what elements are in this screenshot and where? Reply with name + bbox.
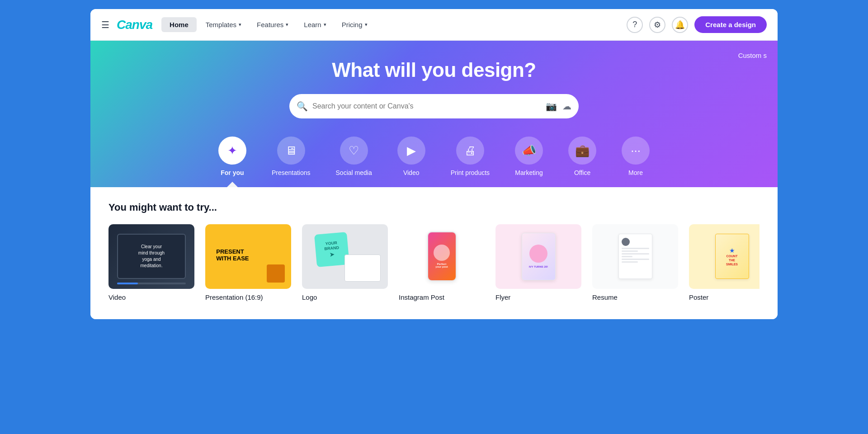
card-video-label: Video xyxy=(108,293,194,301)
cat-marketing[interactable]: 📣 Marketing xyxy=(502,137,556,187)
nav-templates[interactable]: Templates ▾ xyxy=(198,17,249,32)
pricing-label: Pricing xyxy=(342,21,363,28)
video-progress-bar xyxy=(117,283,186,284)
video-label: Video xyxy=(403,169,420,176)
ig-text: Perfectyour post xyxy=(435,263,448,268)
card-presentation-thumb: PRESENTWITH EASE xyxy=(205,224,291,289)
flyer-text: IVY TURNS 20! xyxy=(529,265,548,268)
help-button[interactable]: ? xyxy=(627,17,643,33)
print-products-icon: 🖨 xyxy=(456,137,484,165)
navbar: ☰ Canva Home Templates ▾ Features ▾ Lear… xyxy=(90,9,778,41)
cat-for-you[interactable]: ✦ For you xyxy=(206,137,259,187)
card-video-thumb: Clear yourmind throughyoga andmeditation… xyxy=(108,224,194,289)
logo-arrow-icon: ➤ xyxy=(329,250,335,258)
resume-line-3 xyxy=(622,253,649,255)
card-poster-label: Poster xyxy=(689,293,760,301)
resume-line-6 xyxy=(622,261,638,263)
search-extra-icons: 📷 ☁ xyxy=(546,101,571,112)
card-instagram[interactable]: Perfectyour post Instagram Post xyxy=(399,224,485,301)
social-media-icon: ♡ xyxy=(340,137,368,165)
card-instagram-thumb: Perfectyour post xyxy=(399,224,485,289)
logo-envelope xyxy=(344,255,381,282)
poster-text: COUNTTHESMILES xyxy=(726,254,738,266)
card-presentation[interactable]: PRESENTWITH EASE Presentation (16:9) xyxy=(205,224,291,301)
search-bar: 🔍 📷 ☁ xyxy=(289,94,579,118)
settings-button[interactable]: ⚙ xyxy=(649,17,665,33)
video-icon: ▶ xyxy=(397,137,425,165)
templates-chevron: ▾ xyxy=(239,22,241,28)
cat-video[interactable]: ▶ Video xyxy=(385,137,438,187)
cat-office[interactable]: 💼 Office xyxy=(556,137,609,187)
upload-icon[interactable]: ☁ xyxy=(562,101,571,112)
card-resume[interactable]: Resume xyxy=(592,224,678,301)
learn-label: Learn xyxy=(304,21,321,28)
resume-line-4 xyxy=(622,256,632,257)
flyer-photo xyxy=(529,245,547,263)
hero-title: What will you design? xyxy=(90,59,778,81)
search-icon: 🔍 xyxy=(297,101,308,112)
features-label: Features xyxy=(257,21,283,28)
more-icon: ··· xyxy=(622,137,650,165)
card-presentation-label: Presentation (16:9) xyxy=(205,293,291,301)
hero-section: Custom s What will you design? 🔍 📷 ☁ ✦ F… xyxy=(90,41,778,187)
social-media-label: Social media xyxy=(336,169,372,176)
nav-pricing[interactable]: Pricing ▾ xyxy=(335,17,375,32)
presentations-label: Presentations xyxy=(272,169,311,176)
home-button[interactable]: Home xyxy=(161,17,197,32)
print-products-label: Print products xyxy=(451,169,490,176)
poster-star-icon: ★ xyxy=(729,247,735,254)
flyer-content: IVY TURNS 20! xyxy=(522,233,556,280)
cards-grid: Clear yourmind throughyoga andmeditation… xyxy=(108,224,760,301)
section-title: You might want to try... xyxy=(108,202,760,213)
pricing-chevron: ▾ xyxy=(365,22,368,28)
video-progress-fill xyxy=(117,283,138,284)
camera-icon[interactable]: 📷 xyxy=(546,101,557,112)
card-resume-thumb xyxy=(592,224,678,289)
canva-logo[interactable]: Canva xyxy=(117,18,152,32)
ig-photo xyxy=(434,245,450,261)
cat-print-products[interactable]: 🖨 Print products xyxy=(438,137,502,187)
category-tabs: ✦ For you 🖥 Presentations ♡ Social media… xyxy=(90,137,778,187)
card-flyer[interactable]: IVY TURNS 20! Flyer xyxy=(495,224,581,301)
office-label: Office xyxy=(574,169,590,176)
card-flyer-label: Flyer xyxy=(495,293,581,301)
custom-size-link[interactable]: Custom s xyxy=(738,52,767,59)
more-label: More xyxy=(628,169,643,176)
features-chevron: ▾ xyxy=(286,22,288,28)
card-logo[interactable]: YOURBRAND ➤ Logo xyxy=(302,224,388,301)
presentations-icon: 🖥 xyxy=(277,137,305,165)
nav-learn[interactable]: Learn ▾ xyxy=(297,17,333,32)
pres-thumb-text: PRESENTWITH EASE xyxy=(216,248,249,262)
search-input[interactable] xyxy=(312,102,546,110)
card-video[interactable]: Clear yourmind throughyoga andmeditation… xyxy=(108,224,194,301)
video-thumb-text: Clear yourmind throughyoga andmeditation… xyxy=(138,244,165,269)
nav-links: Templates ▾ Features ▾ Learn ▾ Pricing ▾ xyxy=(198,17,627,32)
video-inner: Clear yourmind throughyoga andmeditation… xyxy=(117,234,186,279)
card-flyer-thumb: IVY TURNS 20! xyxy=(495,224,581,289)
card-logo-label: Logo xyxy=(302,293,388,301)
templates-label: Templates xyxy=(206,21,236,28)
main-content: You might want to try... Clear yourmind … xyxy=(90,187,778,319)
card-resume-label: Resume xyxy=(592,293,678,301)
card-instagram-label: Instagram Post xyxy=(399,293,485,301)
marketing-icon: 📣 xyxy=(515,137,543,165)
ig-content: Perfectyour post xyxy=(428,232,456,280)
office-icon: 💼 xyxy=(568,137,596,165)
cat-presentations[interactable]: 🖥 Presentations xyxy=(259,137,323,187)
nav-features[interactable]: Features ▾ xyxy=(250,17,296,32)
resume-content xyxy=(618,234,652,279)
resume-line-5 xyxy=(622,259,649,260)
resume-line-2 xyxy=(622,250,638,252)
card-poster-thumb: ★ COUNTTHESMILES xyxy=(689,224,760,289)
card-poster[interactable]: ★ COUNTTHESMILES Poster xyxy=(689,224,760,301)
card-logo-thumb: YOURBRAND ➤ xyxy=(302,224,388,289)
cat-social-media[interactable]: ♡ Social media xyxy=(323,137,385,187)
cat-more[interactable]: ··· More xyxy=(609,137,662,187)
notifications-button[interactable]: 🔔 xyxy=(672,17,688,33)
hamburger-icon[interactable]: ☰ xyxy=(101,19,109,30)
marketing-label: Marketing xyxy=(515,169,542,176)
resume-line-1 xyxy=(622,248,649,249)
resume-avatar xyxy=(622,238,630,246)
create-design-button[interactable]: Create a design xyxy=(694,16,767,33)
learn-chevron: ▾ xyxy=(324,22,326,28)
